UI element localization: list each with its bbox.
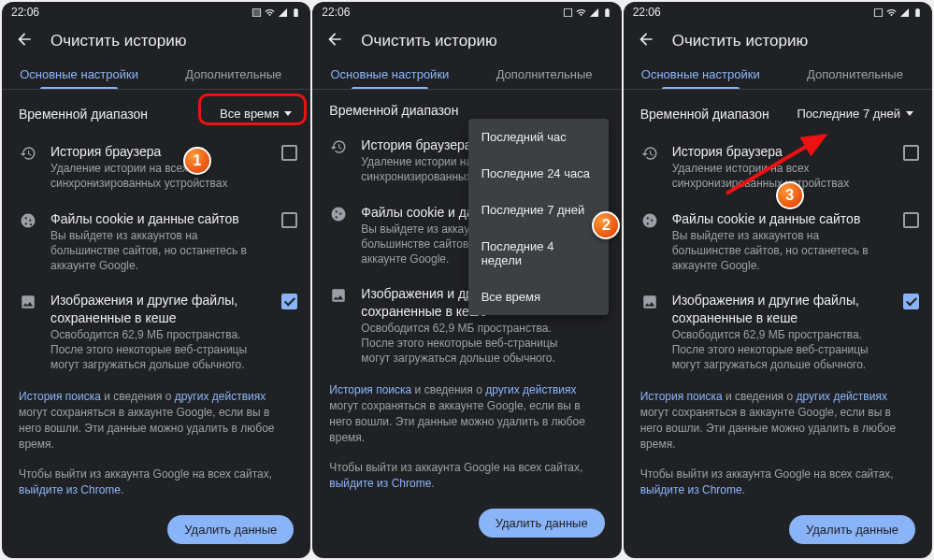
time-range-select[interactable]: Последние 7 дней <box>791 103 919 124</box>
item-history[interactable]: История браузера Удаление истории на все… <box>2 134 310 201</box>
annotation-badge-3: 3 <box>776 181 804 209</box>
status-time: 22:06 <box>633 6 661 19</box>
tab-basic[interactable]: Основные настройки <box>312 58 467 89</box>
footer-text-1: История поиска и сведения о других дейст… <box>624 381 932 459</box>
footer-text-2: Чтобы выйти из аккаунта Google на всех с… <box>2 459 310 506</box>
item-cookies-desc: Вы выйдете из аккаунтов на большинстве с… <box>50 228 268 274</box>
nfc-icon <box>873 7 884 18</box>
status-time: 22:06 <box>11 6 39 19</box>
page-title: Очистить историю <box>672 32 808 50</box>
link-other-activity[interactable]: других действиях <box>796 390 886 403</box>
status-time: 22:06 <box>322 6 350 19</box>
item-cookies-title: Файлы cookie и данные сайтов <box>50 210 268 227</box>
wifi-icon <box>265 7 275 18</box>
tab-basic[interactable]: Основные настройки <box>2 58 156 89</box>
link-exit-chrome[interactable]: выйдите из Chrome <box>329 477 431 490</box>
item-cookies[interactable]: Файлы cookie и данные сайтов Вы выйдете … <box>624 201 932 283</box>
signal-icon <box>589 7 599 18</box>
dropdown-caret-icon <box>284 111 292 116</box>
item-cache-desc: Освободится 62,9 МБ пространства. После … <box>50 327 268 373</box>
status-bar: 22:06 <box>312 2 621 21</box>
screen-2: 22:06 Очистить историю Основные настройк… <box>312 2 621 558</box>
item-cookies-checkbox[interactable] <box>903 212 919 228</box>
app-header: Очистить историю <box>312 21 621 58</box>
tab-advanced[interactable]: Дополнительные <box>778 58 932 89</box>
option-all-time[interactable]: Все время <box>468 279 609 315</box>
item-history-title: История браузера <box>672 143 890 160</box>
status-bar: 22:06 <box>624 2 932 21</box>
time-range-value: Последние 7 дней <box>797 107 900 121</box>
option-last-24h[interactable]: Последние 24 часа <box>468 155 609 192</box>
clear-data-button[interactable]: Удалить данные <box>167 515 294 544</box>
back-button[interactable] <box>325 30 344 52</box>
nfc-icon <box>251 7 262 18</box>
battery-icon <box>602 7 612 18</box>
item-cache[interactable]: Изображения и другие файлы, сохраненные … <box>2 282 310 381</box>
clear-data-button[interactable]: Удалить данные <box>479 509 605 538</box>
button-row: Удалить данные <box>2 506 310 553</box>
app-header: Очистить историю <box>2 21 310 58</box>
link-search-history[interactable]: История поиска <box>19 390 101 403</box>
time-range-label: Временной диапазон <box>19 107 148 122</box>
option-last-4weeks[interactable]: Последние 4 недели <box>468 228 609 279</box>
battery-icon <box>291 7 301 18</box>
item-history-checkbox[interactable] <box>281 145 297 161</box>
link-exit-chrome[interactable]: выйдите из Chrome <box>19 483 121 496</box>
screen-1: 22:06 Очистить историю Основные настройк… <box>2 2 310 558</box>
link-other-activity[interactable]: других действиях <box>485 383 576 396</box>
item-history-checkbox[interactable] <box>903 145 919 161</box>
time-range-label: Временной диапазон <box>329 103 458 118</box>
signal-icon <box>899 7 910 18</box>
time-range-row: Временной диапазон Последние 7 дней <box>624 90 932 134</box>
time-range-label: Временной диапазон <box>640 107 769 122</box>
item-cache-title: Изображения и другие файлы, сохраненные … <box>50 292 268 325</box>
status-icons <box>873 7 923 18</box>
app-header: Очистить историю <box>624 21 932 58</box>
tab-advanced[interactable]: Дополнительные <box>467 58 622 89</box>
item-history-title: История браузера <box>50 143 268 160</box>
item-cache-desc: Освободится 62,9 МБ пространства. После … <box>361 321 579 366</box>
signal-icon <box>278 7 288 18</box>
item-cache-checkbox[interactable] <box>903 294 919 309</box>
wifi-icon <box>576 7 586 18</box>
button-row: Удалить данные <box>312 499 621 547</box>
image-icon <box>329 287 348 304</box>
tab-advanced[interactable]: Дополнительные <box>156 58 310 89</box>
wifi-icon <box>886 7 897 18</box>
back-button[interactable] <box>15 30 34 52</box>
time-range-select[interactable]: Все время <box>214 103 297 124</box>
option-last-hour[interactable]: Последний час <box>468 119 609 155</box>
item-cache-desc: Освободится 62,9 МБ пространства. После … <box>672 327 890 373</box>
footer-text-2: Чтобы выйти из аккаунта Google на всех с… <box>312 452 621 499</box>
cookie-icon <box>640 212 659 229</box>
item-cookies-checkbox[interactable] <box>281 212 297 228</box>
button-row: Удалить данные <box>624 506 932 553</box>
annotation-badge-1: 1 <box>183 147 211 175</box>
item-cookies[interactable]: Файлы cookie и данные сайтов Вы выйдете … <box>2 201 310 283</box>
tabs: Основные настройки Дополнительные <box>312 58 621 89</box>
time-range-value: Все время <box>220 107 279 121</box>
item-cache-title: Изображения и другие файлы, сохраненные … <box>672 292 890 325</box>
item-cache[interactable]: Изображения и другие файлы, сохраненные … <box>624 282 932 381</box>
clear-data-button[interactable]: Удалить данные <box>789 515 915 544</box>
link-other-activity[interactable]: других действиях <box>175 390 266 403</box>
history-icon <box>640 145 659 162</box>
image-icon <box>640 294 659 310</box>
footer-text-1: История поиска и сведения о других дейст… <box>312 375 621 452</box>
tabs: Основные настройки Дополнительные <box>2 58 310 89</box>
status-icons <box>251 7 301 18</box>
screen-3: 22:06 Очистить историю Основные настройк… <box>624 2 932 558</box>
back-button[interactable] <box>637 30 655 52</box>
option-last-7days[interactable]: Последние 7 дней <box>468 192 609 228</box>
link-search-history[interactable]: История поиска <box>329 383 411 396</box>
cookie-icon <box>19 212 37 229</box>
link-search-history[interactable]: История поиска <box>640 390 723 403</box>
cookie-icon <box>329 206 348 223</box>
link-exit-chrome[interactable]: выйдите из Chrome <box>640 483 742 496</box>
status-bar: 22:06 <box>2 2 310 21</box>
nfc-icon <box>563 7 573 18</box>
time-range-dropdown: Последний час Последние 24 часа Последни… <box>468 119 609 315</box>
item-cache-checkbox[interactable] <box>281 294 297 309</box>
page-title: Очистить историю <box>361 32 496 50</box>
tab-basic[interactable]: Основные настройки <box>624 58 778 89</box>
